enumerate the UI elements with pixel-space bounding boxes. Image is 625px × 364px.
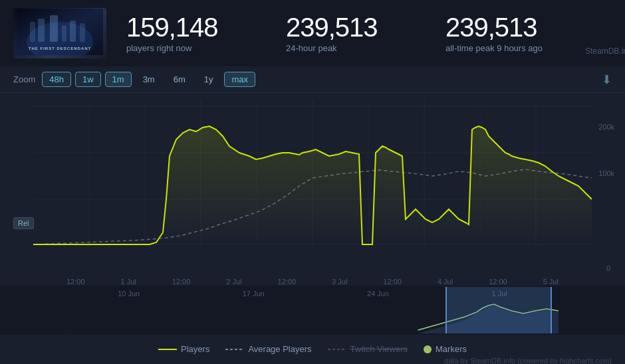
navigator-window[interactable] (445, 287, 552, 333)
x-label-4: 12:00 (278, 278, 297, 286)
peak-24h-label: 24-hour peak (286, 43, 337, 53)
navigator: 10 Jun 17 Jun 24 Jun 1 Jul (66, 287, 559, 333)
zoom-max[interactable]: max (224, 72, 255, 87)
peak-24h-number: 239,513 (286, 14, 378, 41)
x-label-5: 3 Jul (332, 278, 347, 286)
legend-twitch[interactable]: Twitch Viewers (328, 344, 408, 354)
all-time-peak-number: 239,513 (445, 14, 537, 41)
markers-label: Markers (436, 344, 467, 354)
zoom-bar: Zoom 48h 1w 1m 3m 6m 1y max ⬇ (0, 66, 625, 93)
svg-rect-3 (38, 19, 45, 42)
zoom-6m[interactable]: 6m (166, 72, 193, 87)
x-label-7: 4 Jul (438, 278, 453, 286)
data-credit: data by SteamDB.info (powered by highcha… (0, 357, 625, 364)
players-label: Players (181, 344, 209, 354)
branding-text: SteamDB.info (585, 46, 625, 58)
legend-avg-players[interactable]: Average Players (225, 344, 311, 354)
x-label-0: 12:00 (66, 278, 85, 286)
zoom-1y[interactable]: 1y (197, 72, 221, 87)
svg-rect-2 (30, 22, 35, 42)
svg-rect-4 (50, 15, 58, 42)
legend-markers[interactable]: Markers (424, 344, 467, 354)
avg-players-label: Average Players (248, 344, 311, 354)
x-label-2: 12:00 (172, 278, 191, 286)
legend-players[interactable]: Players (158, 344, 209, 354)
svg-rect-6 (70, 21, 76, 42)
svg-rect-7 (80, 23, 85, 42)
all-time-peak-block: 239,513 all-time peak 9 hours ago (445, 14, 565, 53)
zoom-1w[interactable]: 1w (75, 72, 101, 87)
x-label-8: 12:00 (489, 278, 507, 286)
header: THE FIRST DESCENDANT 159,148 players rig… (0, 0, 625, 66)
svg-text:THE FIRST DESCENDANT: THE FIRST DESCENDANT (29, 46, 91, 50)
game-title: THE FIRST DESCENDANT (14, 8, 106, 58)
avg-players-line-icon (225, 349, 244, 350)
x-label-9: 5 Jul (543, 278, 559, 286)
legend-section: Players Average Players Twitch Viewers M… (0, 335, 625, 364)
chart-svg (33, 100, 592, 259)
x-label-6: 12:00 (383, 278, 402, 286)
rel-button[interactable]: Rel (13, 217, 34, 229)
zoom-48h[interactable]: 48h (42, 72, 71, 87)
legend: Players Average Players Twitch Viewers M… (0, 339, 625, 357)
twitch-label: Twitch Viewers (350, 344, 408, 354)
x-axis-labels: 12:00 1 Jul 12:00 2 Jul 12:00 3 Jul 12:0… (33, 275, 592, 286)
chart-area: 200k 100k 0 Rel (0, 93, 625, 286)
navigator-section: 10 Jun 17 Jun 24 Jun 1 Jul (0, 286, 625, 335)
y-label-100k: 100k (598, 169, 614, 177)
x-label-3: 2 Jul (226, 278, 241, 286)
download-icon[interactable]: ⬇ (602, 72, 612, 87)
x-label-1: 1 Jul (121, 278, 136, 286)
zoom-3m[interactable]: 3m (136, 72, 162, 87)
current-players-block: 159,148 players right now (126, 14, 246, 53)
nav-label-10jun: 10 Jun (118, 290, 140, 298)
nav-label-24jun: 24 Jun (367, 290, 389, 298)
svg-rect-5 (62, 25, 66, 42)
zoom-label: Zoom (13, 74, 35, 84)
nav-label-17jun: 17 Jun (243, 290, 265, 298)
current-players-label: players right now (126, 43, 191, 53)
peak-24h-block: 239,513 24-hour peak (286, 14, 406, 53)
players-line-icon (158, 349, 177, 350)
y-label-0: 0 (606, 264, 610, 272)
markers-dot-icon (424, 345, 432, 353)
game-thumbnail: THE FIRST DESCENDANT (13, 8, 106, 58)
twitch-line-icon (328, 349, 346, 350)
y-label-200k: 200k (598, 123, 614, 131)
all-time-peak-label: all-time peak 9 hours ago (445, 43, 543, 53)
current-players-number: 159,148 (126, 14, 218, 41)
zoom-1m[interactable]: 1m (105, 72, 132, 87)
